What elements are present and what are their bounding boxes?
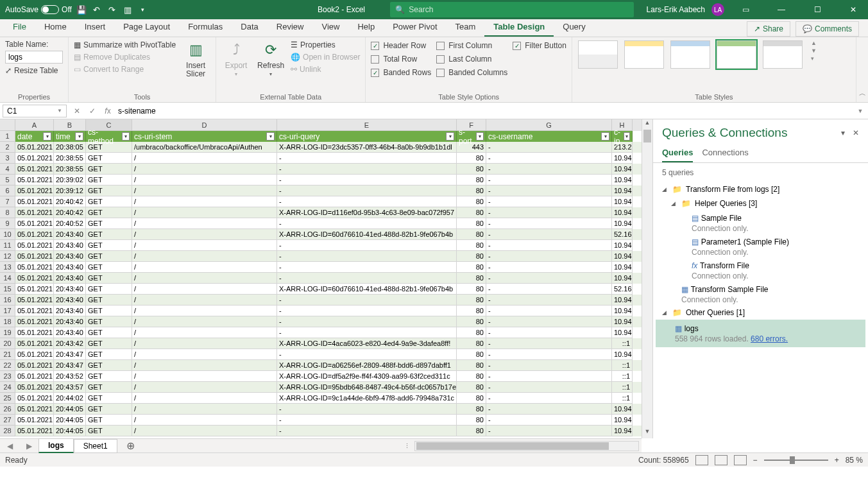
cell[interactable]: 20:43:40 [54,262,86,273]
resize-table-button[interactable]: ⤢Resize Table [5,65,63,76]
table-header-s-port[interactable]: s-port▾ [457,131,486,142]
cell[interactable]: / [132,338,277,349]
cell[interactable]: 20:43:40 [54,229,86,240]
cancel-formula-icon[interactable]: ✕ [69,107,85,116]
cell[interactable]: 05.01.2021 [15,415,54,426]
table-row[interactable]: 2005.01.202120:43:42GET/X-ARR-LOG-ID=4ac… [0,338,642,349]
cell[interactable]: 05.01.2021 [15,164,54,175]
cell[interactable]: 05.01.2021 [15,306,54,316]
cell[interactable]: 80 [457,327,486,338]
query-parameter1[interactable]: ▤ Parameter1 (Sample File)Connection onl… [662,234,859,258]
cell[interactable]: - [486,175,612,185]
cell[interactable]: 20:43:40 [54,295,86,306]
row-header[interactable]: 1 [0,131,15,142]
row-header[interactable]: 14 [0,273,15,284]
cell[interactable]: - [277,251,457,262]
sheet-nav-prev-icon[interactable]: ◀ [7,442,13,451]
ribbon-tab-review[interactable]: Review [268,18,313,37]
cell[interactable]: 20:39:12 [54,185,86,196]
cell[interactable]: 05.01.2021 [15,175,54,185]
cell[interactable]: 05.01.2021 [15,371,54,382]
filter-icon[interactable]: ▾ [266,132,275,141]
cell[interactable]: / [132,262,277,273]
cell[interactable]: - [486,153,612,164]
table-header-date[interactable]: date▾ [15,131,54,142]
table-row[interactable]: 805.01.202120:40:42GET/X-ARR-LOG-ID=d116… [0,207,642,218]
table-row[interactable]: 2305.01.202120:43:52GET/X-ARR-LOG-ID=df5… [0,371,642,382]
table-style-option[interactable] [624,40,664,69]
cell[interactable]: 05.01.2021 [15,196,54,207]
cell[interactable]: 10.94 [612,196,633,207]
cell[interactable]: GET [86,251,132,262]
cell[interactable]: GET [86,371,132,382]
row-header[interactable]: 21 [0,349,15,360]
cell[interactable]: 80 [457,240,486,251]
table-row[interactable]: 1605.01.202120:43:40GET/-80-10.94 [0,295,642,306]
ribbon-tab-formulas[interactable]: Formulas [179,18,232,37]
table-row[interactable]: 2805.01.202120:44:05GET/-80-10.94 [0,426,642,436]
tree-group-helper[interactable]: ◢📁Helper Queries [3] [662,196,859,211]
table-row[interactable]: 405.01.202120:38:55GET/-80-10.94 [0,164,642,175]
style-scroll-down-icon[interactable]: ▼ [811,47,817,54]
autosave-toggle[interactable]: AutoSave Off [5,5,72,14]
cell[interactable]: / [132,207,277,218]
cell[interactable]: 05.01.2021 [15,153,54,164]
cell[interactable]: GET [86,393,132,404]
table-row[interactable]: 2205.01.202120:43:47GET/X-ARR-LOG-ID=a06… [0,360,642,371]
cell[interactable]: 10.94 [612,262,633,273]
cell[interactable]: 80 [457,185,486,196]
unlink-button[interactable]: ⚯Unlink [291,64,360,74]
ribbon-tab-home[interactable]: Home [35,18,76,37]
ribbon-tab-page-layout[interactable]: Page Layout [114,18,179,37]
row-header[interactable]: 24 [0,382,15,393]
table-row[interactable]: 1905.01.202120:43:40GET/-80-10.94 [0,327,642,338]
ribbon-tab-query[interactable]: Query [554,18,594,37]
panel-tab-connections[interactable]: Connections [702,144,748,162]
cell[interactable]: 80 [457,306,486,316]
cell[interactable]: - [486,273,612,284]
table-row[interactable]: 1205.01.202120:43:40GET/-80-10.94 [0,251,642,262]
cell[interactable]: 10.94 [612,426,633,436]
cell[interactable]: - [486,338,612,349]
cell[interactable]: 52.16 [612,229,633,240]
cell[interactable]: / [132,251,277,262]
cell[interactable]: / [132,371,277,382]
ribbon-tab-table-design[interactable]: Table Design [484,18,554,37]
table-row[interactable]: 2505.01.202120:44:02GET/X-ARR-LOG-ID=9c1… [0,393,642,404]
cell[interactable]: - [277,218,457,229]
row-header[interactable]: 26 [0,404,15,415]
cell[interactable]: 80 [457,360,486,371]
cell[interactable]: - [486,251,612,262]
ribbon-tab-view[interactable]: View [312,18,348,37]
cell[interactable]: 20:43:40 [54,240,86,251]
last-column-checkbox[interactable]: Last Column [436,53,507,65]
cell[interactable]: - [486,327,612,338]
row-header[interactable]: 23 [0,371,15,382]
first-column-checkbox[interactable]: First Column [436,40,507,51]
row-header[interactable]: 12 [0,251,15,262]
cell[interactable]: ::1 [612,360,633,371]
row-header[interactable]: 25 [0,393,15,404]
table-row[interactable]: 605.01.202120:39:12GET/-80-10.94 [0,185,642,196]
cell[interactable]: - [486,262,612,273]
fx-icon[interactable]: fx [100,107,115,116]
cell[interactable]: GET [86,415,132,426]
cell[interactable]: 05.01.2021 [15,404,54,415]
cell[interactable]: 80 [457,415,486,426]
query-transform-file[interactable]: fx Transform FileConnection only. [662,258,859,282]
cell[interactable]: 20:43:40 [54,251,86,262]
cell[interactable]: 20:40:42 [54,207,86,218]
row-header[interactable]: 18 [0,316,15,327]
cell[interactable]: 10.94 [612,306,633,316]
cell[interactable]: - [277,316,457,327]
table-row[interactable]: 1405.01.202120:43:40GET/-80-10.94 [0,273,642,284]
row-header[interactable]: 8 [0,207,15,218]
cell[interactable]: GET [86,306,132,316]
cell[interactable]: - [486,306,612,316]
query-sample-file[interactable]: ▤ Sample FileConnection only. [662,211,859,234]
row-header[interactable]: 20 [0,338,15,349]
row-header[interactable]: 16 [0,295,15,306]
cell[interactable]: 80 [457,371,486,382]
cell[interactable]: / [132,426,277,436]
select-all-corner[interactable] [0,119,15,131]
